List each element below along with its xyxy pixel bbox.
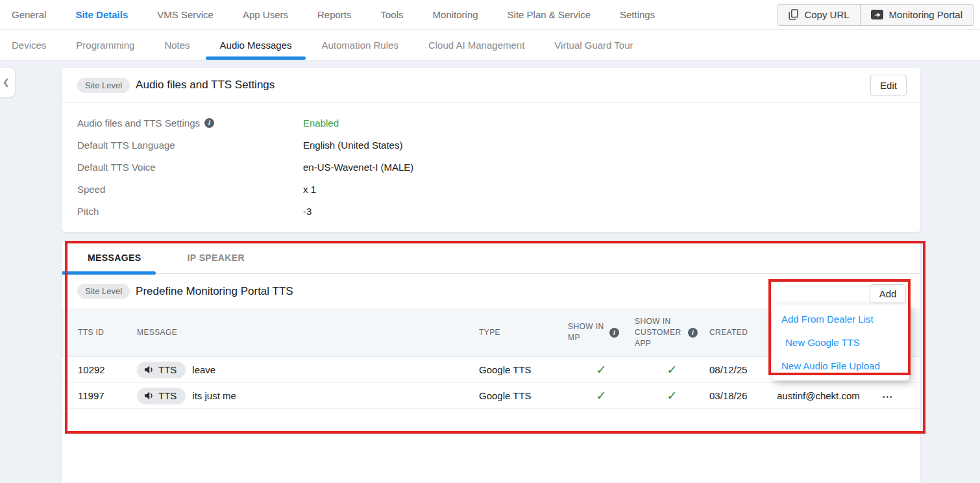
messages-section-title: Predefine Monitoring Portal TTS [136,285,293,298]
monitoring-portal-label: Monitoring Portal [889,9,962,20]
nav-reports[interactable]: Reports [317,9,352,20]
edit-button[interactable]: Edit [870,75,907,95]
setting-label: Audio files and TTS Settings [77,118,200,129]
menu-item-new-google-tts[interactable]: New Google TTS [772,337,909,348]
setting-label: Pitch [77,206,99,217]
top-nav-items: General Site Details VMS Service App Use… [12,9,655,20]
active-tab-underline [62,271,156,275]
table-row: 11997 TTS its just me Google TTS ✓ ✓ 03/… [62,383,920,409]
chip-label: TTS [158,364,177,375]
cell-type: Google TTS [479,364,568,375]
cell-tts-id: 10292 [78,364,137,375]
tab-virtual-guard-tour[interactable]: Virtual Guard Tour [554,30,633,60]
tab-cloud-ai-management[interactable]: Cloud AI Management [428,30,524,60]
messages-tabbar: MESSAGES IP SPEAKER [62,242,920,274]
audio-tts-settings-card: Site Level Audio files and TTS Settings … [62,68,920,232]
speaker-icon [145,365,154,374]
col-header-label: SHOW IN CUSTOMER APP [635,316,684,349]
tab-devices[interactable]: Devices [12,30,46,60]
col-header-tts-id: TTS ID [78,328,137,337]
tab-automation-rules[interactable]: Automation Rules [321,30,398,60]
setting-label: Default TTS Voice [77,162,156,173]
copy-icon [789,9,798,20]
add-button[interactable]: Add [870,284,906,303]
chevron-left-icon: ❮ [3,77,10,87]
settings-card-header: Site Level Audio files and TTS Settings … [62,68,920,103]
monitoring-portal-button[interactable]: Monitoring Portal [860,5,973,25]
tab-programming[interactable]: Programming [76,30,134,60]
nav-general[interactable]: General [12,9,46,20]
nav-app-users[interactable]: App Users [243,9,288,20]
nav-tools[interactable]: Tools [381,9,404,20]
monitoring-portal-icon [871,10,883,19]
nav-monitoring[interactable]: Monitoring [433,9,478,20]
info-icon[interactable]: i [688,328,698,338]
cell-created: 08/12/25 [709,364,777,375]
check-icon: ✓ [667,362,678,377]
nav-site-plan-service[interactable]: Site Plan & Service [508,9,591,20]
col-header-created: CREATED [709,328,777,337]
setting-label: Speed [77,184,105,195]
setting-label: Default TTS Language [77,140,175,151]
tab-ip-speaker[interactable]: IP SPEAKER [188,253,245,263]
cell-message: leave [192,364,215,375]
cell-message: its just me [192,390,236,401]
setting-row-pitch: Pitch -3 [77,200,920,222]
settings-rows: Audio files and TTS Settings i Enabled D… [62,103,920,222]
tab-audio-messages[interactable]: Audio Messages [220,30,292,60]
site-level-badge: Site Level [77,284,130,299]
col-header-message: MESSAGE [137,328,479,337]
nav-site-details[interactable]: Site Details [75,9,128,20]
site-level-badge: Site Level [77,78,130,93]
copy-url-label: Copy URL [804,9,849,20]
col-header-show-in-mp: SHOW IN MP i [568,321,635,343]
tts-play-chip[interactable]: TTS [137,362,186,378]
top-navigation: General Site Details VMS Service App Use… [0,0,980,30]
nav-settings[interactable]: Settings [620,9,655,20]
check-icon: ✓ [667,388,678,403]
cell-created: 03/18/26 [709,390,777,401]
menu-item-new-audio-file-upload[interactable]: New Audio File Upload [772,360,909,371]
messages-section-header: Site Level Predefine Monitoring Portal T… [62,274,920,308]
menu-item-add-from-dealer-list[interactable]: Add From Dealer List [772,314,909,325]
setting-value-enabled: Enabled [303,118,339,129]
setting-row-enabled: Audio files and TTS Settings i Enabled [77,112,920,134]
setting-value: x 1 [303,184,316,195]
setting-row-language: Default TTS Language English (United Sta… [77,134,920,156]
check-icon: ✓ [596,362,607,377]
info-icon[interactable]: i [609,328,619,338]
tab-messages[interactable]: MESSAGES [88,253,141,263]
setting-value: en-US-Wavenet-I (MALE) [303,162,413,173]
col-header-show-in-customer-app: SHOW IN CUSTOMER APP i [635,316,709,349]
nav-vms-service[interactable]: VMS Service [157,9,214,20]
setting-row-voice: Default TTS Voice en-US-Wavenet-I (MALE) [77,156,920,178]
tab-notes[interactable]: Notes [164,30,190,60]
setting-row-speed: Speed x 1 [77,178,920,200]
setting-value: -3 [303,206,312,217]
site-details-tabbar: Devices Programming Notes Audio Messages… [0,30,980,60]
collapse-sidebar-button[interactable]: ❮ [0,67,16,97]
cell-type: Google TTS [479,390,568,401]
chip-label: TTS [158,390,177,401]
settings-card-title: Audio files and TTS Settings [136,79,275,92]
top-button-group: Copy URL Monitoring Portal [778,4,974,26]
copy-url-button[interactable]: Copy URL [778,5,859,25]
col-header-type: TYPE [479,328,568,337]
info-icon[interactable]: i [204,118,214,128]
check-icon: ✓ [596,388,607,403]
add-dropdown-menu: Add From Dealer List New Google TTS New … [772,304,909,380]
tts-play-chip[interactable]: TTS [137,388,186,404]
more-options-icon[interactable]: ••• [883,393,894,401]
speaker-icon [145,391,154,400]
col-header-label: SHOW IN MP [568,321,606,343]
cell-created-by: austinf@chekt.com [777,390,883,401]
setting-value: English (United States) [303,140,402,151]
cell-tts-id: 11997 [78,390,137,401]
